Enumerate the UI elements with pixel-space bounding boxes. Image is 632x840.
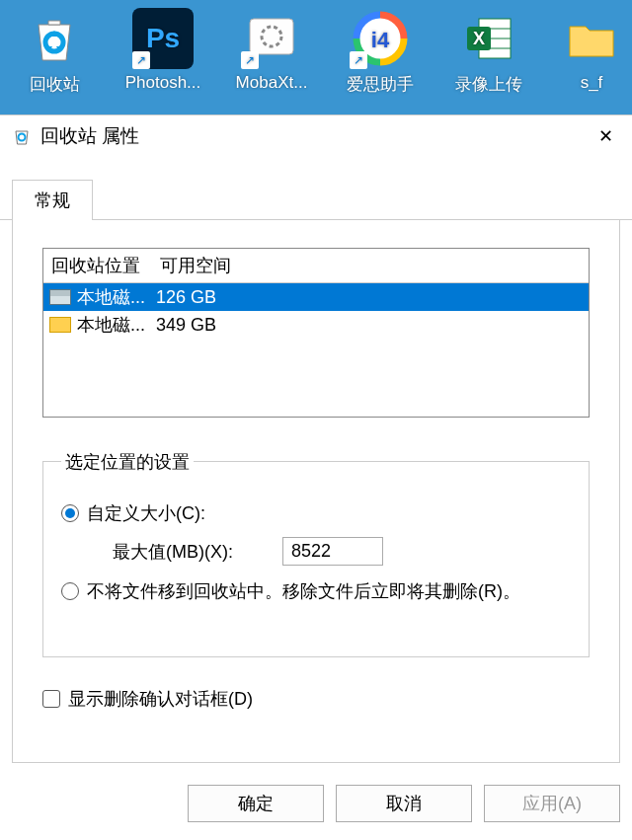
- table-row[interactable]: 本地磁... 126 GB: [43, 283, 589, 311]
- cell-location: 本地磁...: [77, 313, 154, 337]
- radio-label: 不将文件移到回收站中。移除文件后立即将其删除(R)。: [87, 579, 520, 603]
- svg-text:i4: i4: [371, 28, 390, 52]
- fieldset-legend: 选定位置的设置: [61, 450, 194, 474]
- tab-general[interactable]: 常规: [12, 180, 93, 220]
- table-header: 回收站位置 可用空间: [43, 249, 589, 283]
- close-button[interactable]: ✕: [583, 118, 628, 154]
- tab-content: 回收站位置 可用空间 本地磁... 126 GB 本地磁... 349 GB 选…: [12, 220, 620, 763]
- shortcut-arrow-icon: ↗: [132, 51, 150, 69]
- mobaxterm-icon: ↗: [241, 8, 302, 69]
- desktop-icon-label: MobaXt...: [231, 73, 312, 93]
- radio-icon: [61, 504, 79, 522]
- recycle-bin-small-icon: [12, 126, 32, 146]
- close-icon: ✕: [598, 125, 613, 147]
- folder-icon: [561, 8, 622, 69]
- radio-dont-move[interactable]: 不将文件移到回收站中。移除文件后立即将其删除(R)。: [61, 579, 571, 603]
- radio-label: 自定义大小(C):: [87, 501, 205, 525]
- button-label: 取消: [386, 792, 422, 815]
- desktop-icon-aisi[interactable]: i4 ↗ 爱思助手: [340, 8, 421, 96]
- recycle-bin-icon: [24, 8, 85, 69]
- table-row[interactable]: 本地磁... 349 GB: [43, 311, 589, 339]
- location-table: 回收站位置 可用空间 本地磁... 126 GB 本地磁... 349 GB: [42, 248, 590, 418]
- aisi-icon: i4 ↗: [350, 8, 411, 69]
- desktop: 回收站 Ps ↗ Photosh... ↗ MobaXt... i4: [0, 0, 632, 114]
- desktop-icon-photoshop[interactable]: Ps ↗ Photosh...: [122, 8, 203, 93]
- ok-button[interactable]: 确定: [188, 785, 324, 822]
- max-size-input[interactable]: 8522: [282, 537, 383, 566]
- disk-icon: [49, 289, 71, 305]
- shortcut-arrow-icon: ↗: [241, 51, 259, 69]
- checkbox-label: 显示删除确认对话框(D): [68, 687, 253, 711]
- cell-space: 126 GB: [154, 287, 589, 308]
- settings-fieldset: 选定位置的设置 自定义大小(C): 最大值(MB)(X): 8522 不将文件移…: [42, 461, 590, 657]
- disk-icon: [49, 317, 71, 333]
- photoshop-icon: Ps ↗: [132, 8, 194, 69]
- max-size-row: 最大值(MB)(X): 8522: [113, 537, 571, 566]
- tab-label: 常规: [35, 191, 70, 210]
- desktop-icon-excel[interactable]: X 录像上传: [448, 8, 529, 96]
- cell-space: 349 GB: [154, 315, 589, 336]
- excel-icon: X: [458, 8, 519, 69]
- svg-rect-1: [250, 19, 293, 54]
- checkbox-icon: [42, 690, 60, 708]
- desktop-icon-label: 录像上传: [448, 73, 529, 96]
- title-bar: 回收站 属性 ✕: [0, 115, 632, 157]
- col-location[interactable]: 回收站位置: [43, 249, 152, 282]
- svg-text:X: X: [473, 29, 485, 48]
- cell-location: 本地磁...: [77, 285, 154, 309]
- window-title: 回收站 属性: [40, 123, 583, 149]
- button-label: 确定: [238, 792, 274, 815]
- apply-button[interactable]: 应用(A): [484, 785, 620, 822]
- desktop-icon-label: 爱思助手: [340, 73, 421, 96]
- desktop-icon-label: Photosh...: [122, 73, 203, 93]
- shortcut-arrow-icon: ↗: [350, 51, 367, 69]
- col-space[interactable]: 可用空间: [152, 249, 589, 282]
- button-label: 应用(A): [522, 792, 582, 815]
- desktop-icon-recycle-bin[interactable]: 回收站: [14, 8, 95, 96]
- desktop-icon-label: s_f: [551, 73, 632, 93]
- max-size-label: 最大值(MB)(X):: [113, 540, 233, 564]
- radio-custom-size[interactable]: 自定义大小(C):: [61, 501, 571, 525]
- desktop-icon-mobaxterm[interactable]: ↗ MobaXt...: [231, 8, 312, 93]
- desktop-icon-folder[interactable]: s_f: [551, 8, 632, 93]
- dialog-button-bar: 确定 取消 应用(A): [188, 785, 620, 822]
- tab-strip: 常规: [0, 179, 632, 220]
- cancel-button[interactable]: 取消: [336, 785, 472, 822]
- recycle-bin-properties-dialog: 回收站 属性 ✕ 常规 回收站位置 可用空间 本地磁... 126 GB 本地磁…: [0, 115, 632, 840]
- radio-icon: [61, 582, 79, 600]
- confirm-delete-checkbox[interactable]: 显示删除确认对话框(D): [42, 687, 590, 711]
- desktop-icon-label: 回收站: [14, 73, 95, 96]
